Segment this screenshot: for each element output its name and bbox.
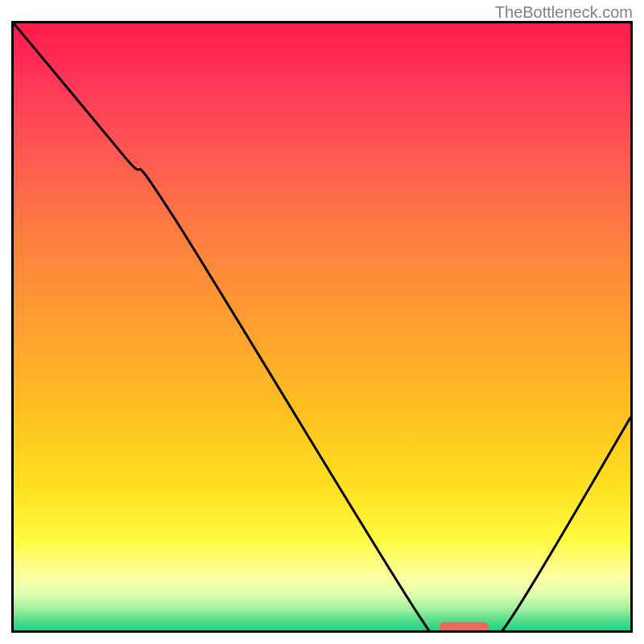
watermark-text: TheBottleneck.com	[495, 3, 633, 22]
bottleneck-curve	[14, 23, 630, 630]
optimal-marker	[440, 622, 489, 630]
chart-overlay	[14, 23, 630, 630]
plot-area	[11, 21, 633, 633]
